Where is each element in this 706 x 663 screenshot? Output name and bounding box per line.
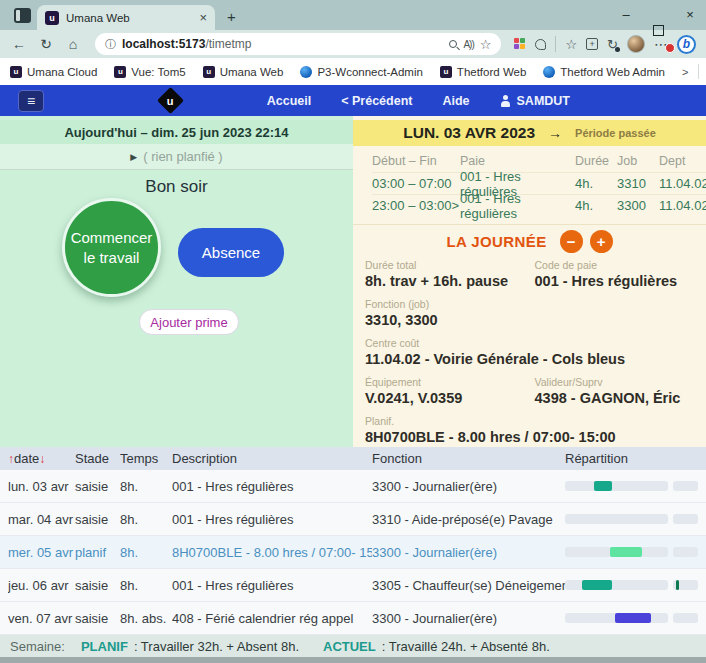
settings-menu-icon[interactable]: ⋯ [654,36,668,52]
table-row[interactable]: mar. 04 avrsaisie8h.001 - Hres régulière… [0,503,706,536]
bookmark-item[interactable]: uUmana Web [203,66,284,78]
field-centre-cout: Centre coût 11.04.02 - Voirie Générale -… [365,337,694,367]
field-valideur: Valideur/Suprv 4398 - GAGNON, Éric [535,376,695,406]
favorites-bar-icon[interactable]: ☆ [565,37,577,52]
greeting-text: Bon soir [0,177,353,197]
temps-cell: 8h. [120,578,172,593]
nav-link-accueil[interactable]: Accueil [267,94,311,108]
browser-tab[interactable]: u Umana Web × [37,5,215,30]
home-icon[interactable]: ⌂ [64,36,82,52]
bookmarks-overflow-icon[interactable]: > [682,66,688,78]
bookmark-item[interactable]: Thetford Web Admin [543,66,665,78]
nav-link-aide[interactable]: Aide [442,94,469,108]
site-app-icon: u [10,66,22,78]
absence-button[interactable]: Absence [178,228,284,277]
description-cell: 001 - Hres régulières [172,578,372,593]
bookmarks-right: > Other favorites [682,64,706,79]
person-icon [500,95,511,107]
workspace-icon[interactable] [14,8,31,23]
address-bar[interactable]: ⓘ localhost:5173/timetmp A)) ☆ [95,33,501,55]
table-row[interactable]: lun. 03 avrsaisie8h.001 - Hres régulière… [0,470,706,503]
day-panel: LUN. 03 AVR 2023 → Période passée Début … [353,116,706,447]
schedule-cell: 001 - Hres régulières [460,191,575,221]
minus-button[interactable]: − [560,230,583,253]
bar-segment [615,613,651,623]
field-planif: Planif. 8H0700BLE - 8.00 hres / 07:00- 1… [365,415,694,445]
fonction-cell: 3300 - Journalier(ère) [372,611,565,626]
planned-row[interactable]: ▶ ( rien planfié ) [0,144,353,170]
nav-link-precedent[interactable]: < Précédent [341,94,412,108]
bar-segment [582,580,612,590]
repartition-bar [565,580,698,590]
table-row[interactable]: jeu. 06 avrsaisie8h.001 - Hres régulière… [0,569,706,602]
site-info-icon[interactable]: ⓘ [105,37,116,52]
browser-titlebar: u Umana Web × + – × [0,0,706,30]
expand-play-icon[interactable]: ▶ [130,152,137,162]
date-cell: mer. 05 avr [8,545,75,560]
date-column-header[interactable]: ↑date↓ [8,451,75,466]
collections-icon[interactable]: + [586,38,598,50]
user-menu[interactable]: SAMDUT [500,94,570,108]
schedule-cell: 4h. [575,198,617,213]
description-cell: 408 - Férié calendrier rég appel [172,611,372,626]
repartition-bar [565,481,698,491]
browser-essentials-icon[interactable] [535,39,546,50]
description-column-header: Description [172,451,372,466]
planif-text: : Travailler 32h. + Absent 8h. [134,639,299,654]
bookmark-item[interactable]: uUmana Cloud [10,66,97,78]
new-tab-button[interactable]: + [227,8,236,25]
description-cell: 001 - Hres régulières [172,479,372,494]
start-work-button[interactable]: Commencer le travail [62,198,161,297]
week-table-header: ↑date↓ Stade Temps Description Fonction … [0,447,706,470]
bookmark-item[interactable]: uThetford Web [440,66,526,78]
read-aloud-icon[interactable]: A)) [463,39,473,50]
temps-cell: 8h. abs. [120,611,172,626]
url-host: localhost:5173 [122,37,205,51]
day-title: LUN. 03 AVR 2023 [403,124,535,142]
apps-grid-icon[interactable] [514,38,526,50]
window-bottom-edge [0,657,706,663]
schedule-cell: 11.04.02 [659,198,706,213]
bookmark-item[interactable]: P3-Wconnect-Admin [300,66,422,78]
field-fonction: Fonction (job) 3310, 3300 [365,298,694,328]
plus-button[interactable]: + [590,230,613,253]
extension-gear-icon[interactable]: ↻ [607,37,618,52]
table-row[interactable]: mer. 05 avrplanif8h.8H0700BLE - 8.00 hre… [0,536,706,569]
bar-track [673,547,698,557]
search-icon[interactable] [449,40,457,48]
actuel-label: ACTUEL [323,639,376,654]
bookmark-label: Thetford Web [457,66,526,78]
add-prime-button[interactable]: Ajouter prime [139,309,239,335]
temps-cell: 8h. [120,479,172,494]
back-icon[interactable]: ← [10,36,28,52]
favorite-star-icon[interactable]: ☆ [480,37,492,52]
stade-cell: saisie [75,512,120,527]
arrow-right-icon: → [548,125,562,141]
umana-logo: u [157,87,184,114]
refresh-icon[interactable]: ↻ [37,36,55,52]
profile-avatar[interactable] [627,35,645,53]
stade-cell: planif [75,545,120,560]
site-app-icon: u [203,66,215,78]
bookmarks-bar: uUmana ClouduVue: Tom5uUmana WebP3-Wconn… [0,58,706,85]
bar-track [673,613,698,623]
date-cell: jeu. 06 avr [8,578,75,593]
url-text[interactable]: localhost:5173/timetmp [122,37,443,51]
bar-track [565,481,668,491]
actuel-text: : Travaillé 24h. + Absenté 8h. [382,639,550,654]
url-path: /timetmp [205,37,251,51]
schedule-cell: 4h. [575,176,617,191]
minimize-button[interactable]: – [610,0,642,30]
repartition-cell [565,514,706,524]
field-duree-total: Durée total 8h. trav + 16h. pause [365,259,525,289]
tab-close-icon[interactable]: × [199,10,207,25]
tab-title: Umana Web [66,12,192,24]
schedule-cell: 3310 [617,176,659,191]
bar-track [565,514,668,524]
bookmark-item[interactable]: uVue: Tom5 [114,66,185,78]
close-button[interactable]: × [674,0,706,30]
fonction-cell: 3305 - Chauffeur(se) Déneigement [372,578,565,593]
copilot-icon[interactable]: b [677,35,696,54]
hamburger-menu-button[interactable]: ≡ [18,90,44,112]
table-row[interactable]: ven. 07 avrsaisie8h. abs.408 - Férié cal… [0,602,706,635]
